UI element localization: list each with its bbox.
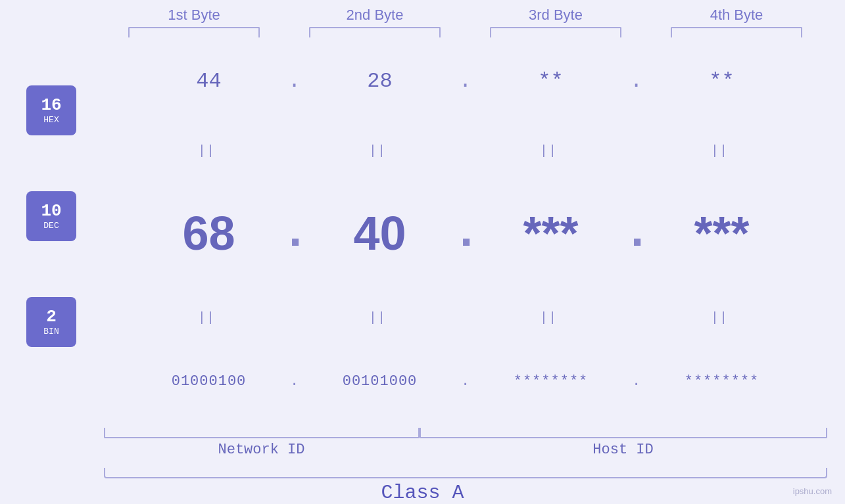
bin-b4: ******** bbox=[650, 373, 794, 390]
top-brackets bbox=[104, 27, 827, 37]
eq1-b4: || bbox=[650, 143, 794, 158]
sep-dec-1: . bbox=[281, 206, 308, 260]
dec-b1: 68 bbox=[137, 206, 281, 260]
dec-b3: *** bbox=[479, 206, 623, 260]
eq2-b3: || bbox=[479, 309, 623, 325]
hex-b2: 28 bbox=[308, 69, 452, 93]
sep-hex-1: . bbox=[281, 69, 308, 93]
sep-hex-2: . bbox=[452, 69, 479, 93]
byte2-header: 2nd Byte bbox=[302, 7, 447, 24]
bin-b3: ******** bbox=[479, 373, 623, 390]
watermark: ipshu.com bbox=[793, 486, 832, 496]
hex-b4: ** bbox=[650, 69, 794, 93]
equals-row-1: || || || || bbox=[85, 143, 845, 156]
class-label: Class A bbox=[0, 482, 845, 504]
hex-b3: ** bbox=[479, 69, 623, 93]
byte4-header: 4th Byte bbox=[664, 7, 809, 24]
network-bracket bbox=[104, 428, 420, 438]
byte3-header: 3rd Byte bbox=[483, 7, 628, 24]
eq2-b2: || bbox=[308, 309, 452, 325]
sep-bin-2: . bbox=[452, 373, 479, 390]
values-grid: 44 . 28 . ** . ** || || || || 68 bbox=[85, 44, 845, 428]
dec-badge: 10 DEC bbox=[26, 191, 76, 241]
bottom-section: Network ID Host ID bbox=[104, 428, 827, 458]
bracket-byte4 bbox=[671, 27, 802, 37]
sep-bin-3: . bbox=[623, 373, 650, 390]
dec-b2: 40 bbox=[308, 206, 452, 260]
eq1-b1: || bbox=[137, 143, 281, 158]
byte-headers: 1st Byte 2nd Byte 3rd Byte 4th Byte bbox=[104, 7, 827, 24]
full-bottom-bracket bbox=[104, 468, 827, 478]
base-indicators: 16 HEX 10 DEC 2 BIN bbox=[0, 44, 85, 428]
main-content: 16 HEX 10 DEC 2 BIN 44 . 28 . ** . ** bbox=[0, 44, 845, 428]
bin-number: 2 bbox=[46, 308, 57, 325]
eq2-b1: || bbox=[137, 309, 281, 325]
hex-b1: 44 bbox=[137, 69, 281, 93]
dec-name: DEC bbox=[43, 221, 59, 230]
bottom-brackets bbox=[104, 428, 827, 438]
dec-number: 10 bbox=[41, 202, 61, 219]
main-container: 1st Byte 2nd Byte 3rd Byte 4th Byte 16 H… bbox=[0, 0, 845, 504]
bin-name: BIN bbox=[43, 327, 59, 336]
bin-row: 01000100 . 00101000 . ******** . *******… bbox=[85, 373, 845, 390]
eq2-b4: || bbox=[650, 309, 794, 325]
sep-dec-3: . bbox=[623, 206, 650, 260]
sep-dec-2: . bbox=[452, 206, 479, 260]
equals-row-2: || || || || bbox=[85, 310, 845, 323]
bin-badge: 2 BIN bbox=[26, 297, 76, 347]
dec-b4: *** bbox=[650, 206, 794, 260]
hex-badge: 16 HEX bbox=[26, 85, 76, 135]
byte1-header: 1st Byte bbox=[122, 7, 266, 24]
bracket-byte1 bbox=[128, 27, 260, 37]
hex-name: HEX bbox=[43, 116, 59, 124]
hex-row: 44 . 28 . ** . ** bbox=[85, 69, 845, 93]
hex-number: 16 bbox=[41, 97, 61, 114]
dec-row: 68 . 40 . *** . *** bbox=[85, 206, 845, 260]
eq1-b3: || bbox=[479, 143, 623, 158]
bin-b1: 01000100 bbox=[137, 373, 281, 390]
sep-hex-3: . bbox=[623, 69, 650, 93]
host-id-label: Host ID bbox=[420, 442, 827, 458]
bin-b2: 00101000 bbox=[308, 373, 452, 390]
bracket-byte3 bbox=[490, 27, 621, 37]
sep-bin-1: . bbox=[281, 373, 308, 390]
host-bracket bbox=[420, 428, 827, 438]
labels-row: Network ID Host ID bbox=[104, 442, 827, 458]
eq1-b2: || bbox=[308, 143, 452, 158]
network-id-label: Network ID bbox=[104, 442, 420, 458]
bracket-byte2 bbox=[309, 27, 441, 37]
